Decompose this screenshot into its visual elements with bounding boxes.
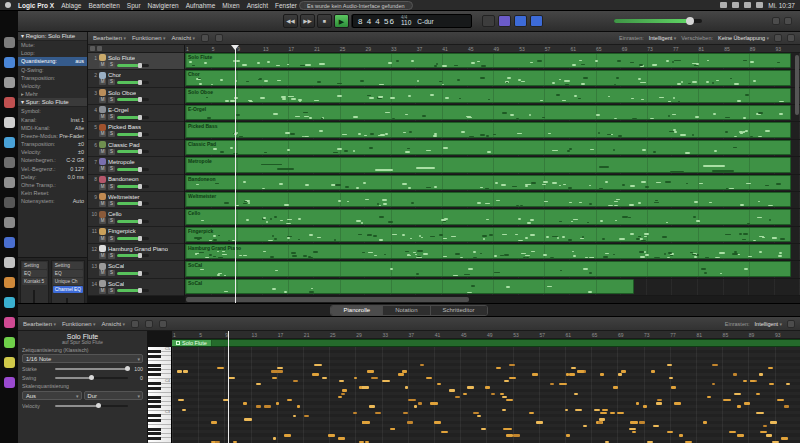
volume-knob[interactable]	[138, 80, 142, 85]
midi-note[interactable]	[712, 364, 718, 366]
midi-note[interactable]	[651, 370, 654, 372]
midi-note[interactable]	[293, 415, 297, 417]
track-header[interactable]: 11FingerpickMS	[88, 227, 184, 244]
solo-button[interactable]: S	[108, 79, 115, 85]
edit-pencil-icon[interactable]	[145, 320, 153, 328]
volume-knob[interactable]	[138, 115, 142, 120]
midi-note[interactable]	[729, 431, 735, 433]
track-lane[interactable]: SoCal	[185, 261, 800, 278]
midi-note[interactable]	[667, 431, 673, 433]
snap-select[interactable]: Intelligent	[649, 35, 676, 41]
track-lane[interactable]: SoCal	[185, 279, 800, 296]
track-header[interactable]: 12Hamburg Grand PianoMS	[88, 244, 184, 261]
toolbar-menu[interactable]: Bearbeiten	[23, 321, 56, 327]
track-lane[interactable]: Hamburg Grand Piano	[185, 244, 800, 261]
midi-note[interactable]	[594, 409, 599, 411]
plugin-slot[interactable]: Channel EQ	[53, 286, 83, 293]
midi-note[interactable]	[502, 409, 506, 411]
mute-button[interactable]: M	[99, 270, 106, 276]
edit-pointer-icon[interactable]	[131, 320, 139, 328]
dock-icon[interactable]	[4, 297, 15, 308]
midi-note[interactable]	[657, 399, 663, 401]
track-lane[interactable]: Metropole	[185, 157, 800, 174]
midi-region[interactable]: Solo Flute	[185, 53, 791, 68]
black-key[interactable]	[148, 350, 161, 353]
midi-region[interactable]: Picked Bass	[185, 122, 791, 137]
midi-note[interactable]	[277, 367, 284, 369]
midi-note[interactable]	[371, 377, 377, 379]
midi-note[interactable]	[297, 405, 300, 407]
midi-note[interactable]	[598, 421, 602, 423]
midi-region[interactable]: Bandoneon	[185, 175, 791, 190]
volume-slider[interactable]	[117, 185, 149, 188]
rewind-button[interactable]: ◀◀	[283, 14, 298, 28]
midi-note[interactable]	[264, 405, 271, 407]
dock-icon[interactable]	[4, 357, 15, 368]
solo-button[interactable]: S	[108, 201, 115, 207]
midi-note[interactable]	[768, 367, 773, 369]
plugin-slot[interactable]: Kontakt 5	[22, 278, 47, 285]
dock-icon[interactable]	[4, 237, 15, 248]
track-header[interactable]: 1Solo FluteMS	[88, 53, 184, 70]
solo-button[interactable]: S	[108, 97, 115, 103]
midi-note[interactable]	[784, 405, 789, 407]
midi-note[interactable]	[496, 367, 502, 369]
mute-button[interactable]: M	[99, 184, 106, 190]
midi-note[interactable]	[599, 418, 605, 420]
volume-slider[interactable]	[117, 202, 149, 205]
solo-button[interactable]: S	[108, 270, 115, 276]
midi-note[interactable]	[737, 405, 741, 407]
bluetooth-icon[interactable]	[720, 2, 727, 8]
midi-note[interactable]	[339, 380, 344, 382]
track-lane[interactable]: Fingerpick	[185, 227, 800, 244]
midi-note[interactable]	[536, 421, 543, 423]
midi-note[interactable]	[441, 431, 448, 433]
inspector-param[interactable]: Notensystem:Auto	[18, 197, 87, 205]
midi-region[interactable]: Classic Pad	[185, 140, 791, 155]
editor-zoom-icon[interactable]	[787, 320, 795, 328]
plugin-slot[interactable]: Setting	[53, 262, 83, 269]
midi-region[interactable]: Hamburg Grand Piano	[185, 244, 791, 259]
inspector-param[interactable]: Loop:	[18, 49, 87, 57]
editor-ruler[interactable]: 1591317212529333741454953576165697377818…	[172, 331, 800, 339]
velocity-slider[interactable]	[55, 405, 128, 408]
dock-icon[interactable]	[4, 77, 15, 88]
volume-slider[interactable]	[117, 116, 149, 119]
black-key[interactable]	[148, 400, 161, 403]
solo-button[interactable]: S	[108, 288, 115, 294]
track-zoom-icon[interactable]	[97, 46, 102, 51]
midi-note[interactable]	[272, 377, 276, 379]
midi-note[interactable]	[407, 421, 413, 423]
menubar-menu[interactable]: Bearbeiten	[88, 2, 119, 9]
menubar-menu[interactable]: Ansicht	[247, 2, 268, 9]
plugin-slot[interactable]: EQ	[53, 270, 83, 277]
midi-note[interactable]	[338, 396, 341, 398]
track-header[interactable]: 14SoCalMS	[88, 279, 184, 296]
midi-note[interactable]	[744, 402, 750, 404]
dock-icon[interactable]	[4, 317, 15, 328]
mute-button[interactable]: M	[99, 79, 106, 85]
master-volume-slider[interactable]	[614, 19, 702, 23]
track-header[interactable]: 7MetropoleMS	[88, 157, 184, 174]
midi-note[interactable]	[426, 377, 432, 379]
midi-note[interactable]	[600, 412, 607, 414]
inspector-param[interactable]: Vel.-Begrenz.:0 127	[18, 165, 87, 173]
menubar-menu[interactable]: Ablage	[61, 2, 81, 9]
black-key[interactable]	[148, 373, 161, 376]
midi-note[interactable]	[777, 399, 785, 401]
dock-icon[interactable]	[4, 57, 15, 68]
black-key[interactable]	[148, 432, 161, 435]
scale-select[interactable]: Aus	[22, 391, 82, 400]
midi-note[interactable]	[707, 396, 712, 398]
black-key[interactable]	[148, 437, 161, 440]
midi-note[interactable]	[287, 399, 292, 401]
midi-note[interactable]	[293, 380, 298, 382]
mute-button[interactable]: M	[99, 236, 106, 242]
dock-icon[interactable]	[4, 97, 15, 108]
midi-note[interactable]	[455, 396, 460, 398]
volume-slider[interactable]	[117, 289, 149, 292]
mute-button[interactable]: M	[99, 149, 106, 155]
volume-slider[interactable]	[117, 272, 149, 275]
master-volume-knob[interactable]	[686, 17, 694, 25]
list-editors-icon[interactable]	[784, 17, 792, 25]
